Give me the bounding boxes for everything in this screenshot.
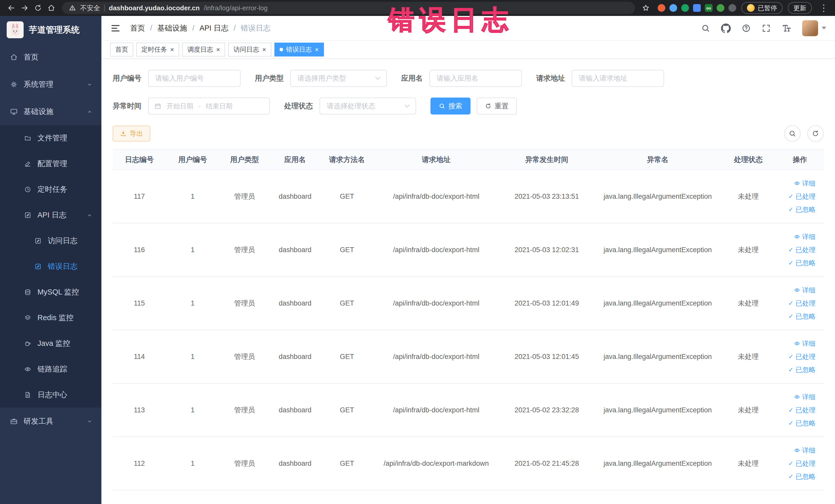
app-logo[interactable]: 芋道管理系统 xyxy=(0,16,101,44)
close-icon[interactable]: × xyxy=(262,46,266,53)
sidebar-item-api-log[interactable]: API 日志 xyxy=(0,202,101,228)
row-action-ignored[interactable]: ✓已忽略 xyxy=(788,312,815,321)
help-icon[interactable] xyxy=(741,24,751,33)
row-action-ignored[interactable]: ✓已忽略 xyxy=(788,259,815,267)
breadcrumb-item[interactable]: API 日志 xyxy=(200,23,228,33)
sidebar-item-infra[interactable]: 基础设施 xyxy=(0,98,101,125)
sidebar-item-file-manage[interactable]: 文件管理 xyxy=(0,125,101,151)
row-action-processed[interactable]: ✓已处理 xyxy=(788,299,815,308)
show-search-icon[interactable] xyxy=(784,125,801,142)
row-action-ignored[interactable]: ✓已忽略 xyxy=(788,472,815,481)
table-cell: java.lang.IllegalArgumentException xyxy=(595,223,720,277)
tab-scheduled-job[interactable]: 定时任务× xyxy=(136,43,179,57)
search-button[interactable]: 搜索 xyxy=(430,98,470,115)
row-action-processed[interactable]: ✓已处理 xyxy=(788,352,815,361)
sidebar-item-redis-monitor[interactable]: Redis 监控 xyxy=(0,305,101,331)
sidebar-item-trace[interactable]: 链路追踪 xyxy=(0,356,101,382)
row-action-detail[interactable]: 详细 xyxy=(794,233,815,241)
font-size-icon[interactable] xyxy=(781,23,791,33)
profile-paused-badge[interactable]: 已暂停 xyxy=(741,2,782,14)
paw-icon[interactable] xyxy=(729,4,736,12)
github-icon[interactable] xyxy=(721,23,731,33)
tab-access-log[interactable]: 访问日志× xyxy=(228,43,271,57)
sidebar-item-system[interactable]: 系统管理 xyxy=(0,71,101,98)
user-id-input[interactable] xyxy=(148,70,241,87)
user-type-select[interactable]: 请选择用户类型 xyxy=(290,70,387,87)
row-action-detail[interactable]: 详细 xyxy=(794,179,815,188)
sidebar-item-home[interactable]: 首页 xyxy=(0,44,101,71)
row-action-detail[interactable]: 详细 xyxy=(794,392,815,402)
row-action-ignored[interactable]: ✓已忽略 xyxy=(788,419,815,428)
sidebar-item-log-center[interactable]: 日志中心 xyxy=(0,382,101,408)
sidebar-item-java-monitor[interactable]: Java 监控 xyxy=(0,331,101,356)
breadcrumb-separator: / xyxy=(233,24,236,32)
sidebar-item-scheduled-job[interactable]: 定时任务 xyxy=(0,177,101,202)
table-cell: dashboard xyxy=(270,277,320,330)
row-action-detail[interactable]: 详细 xyxy=(794,446,815,455)
sidebar-item-error-log[interactable]: 错误日志 xyxy=(0,254,101,279)
bookmark-star-icon[interactable] xyxy=(639,1,652,15)
request-url-input[interactable] xyxy=(572,70,664,87)
edit-square-icon xyxy=(23,211,33,219)
close-icon[interactable]: × xyxy=(216,46,220,53)
forward-icon[interactable] xyxy=(18,1,31,15)
row-action-ignored[interactable]: ✓已忽略 xyxy=(788,205,815,214)
error-log-table: 日志编号用户编号用户类型应用名请求方法名请求地址异常发生时间异常名处理状态操作 … xyxy=(113,149,824,490)
page-header: 首页/基础设施/API 日志/错误日志 xyxy=(101,16,835,41)
column-header: 处理状态 xyxy=(720,150,776,170)
reload-icon[interactable] xyxy=(31,1,45,15)
drop-icon[interactable] xyxy=(669,4,677,12)
home-icon[interactable] xyxy=(45,1,58,15)
tab-error-log[interactable]: 错误日志× xyxy=(274,43,324,57)
update-button[interactable]: 更新 xyxy=(788,2,812,14)
sidebar-toggle-icon[interactable] xyxy=(110,23,121,34)
row-action-detail[interactable]: 详细 xyxy=(794,286,815,295)
user-avatar[interactable] xyxy=(802,20,826,36)
adblock-icon[interactable] xyxy=(658,4,665,12)
browser-menu-icon[interactable]: ⋮ xyxy=(817,3,830,13)
search-icon[interactable] xyxy=(701,24,710,33)
table-cell: 2021-05-03 12:02:31 xyxy=(499,223,595,277)
date-range-picker[interactable]: 开始日期 - 结束日期 xyxy=(148,98,270,115)
table-body: 1171管理员dashboardGET/api/infra/db-doc/exp… xyxy=(113,170,824,490)
row-action-detail[interactable]: 详细 xyxy=(794,339,815,348)
table-cell: dashboard xyxy=(270,437,320,490)
row-action-ignored[interactable]: ✓已忽略 xyxy=(788,365,815,374)
app-name-input[interactable] xyxy=(429,70,522,87)
process-status-select[interactable]: 请选择处理状态 xyxy=(320,98,416,115)
tab-job-log[interactable]: 调度日志× xyxy=(182,43,225,57)
grid-icon[interactable] xyxy=(693,4,701,12)
table-cell: GET xyxy=(320,277,374,330)
sidebar-item-dev-tools[interactable]: 研发工具 xyxy=(0,408,101,435)
row-action-processed[interactable]: ✓已处理 xyxy=(788,406,815,415)
reset-button[interactable]: 重置 xyxy=(477,98,517,115)
sidebar-item-mysql-monitor[interactable]: MySQL 监控 xyxy=(0,279,101,305)
row-action-processed[interactable]: ✓已处理 xyxy=(788,245,815,255)
breadcrumb: 首页/基础设施/API 日志/错误日志 xyxy=(130,23,270,33)
fullscreen-icon[interactable] xyxy=(761,24,771,33)
tab-home[interactable]: 首页 xyxy=(110,43,133,57)
close-icon[interactable]: × xyxy=(315,46,319,53)
table-cell: GET xyxy=(320,383,374,437)
address-bar[interactable]: 不安全 dashboard.yudao.iocoder.cn/infra/log… xyxy=(62,2,635,14)
breadcrumb-item[interactable]: 基础设施 xyxy=(157,23,187,33)
export-button[interactable]: 导出 xyxy=(113,125,150,141)
row-action-processed[interactable]: ✓已处理 xyxy=(788,459,815,468)
close-icon[interactable]: × xyxy=(170,46,174,53)
row-action-processed[interactable]: ✓已处理 xyxy=(788,192,815,201)
extensions-area: on xyxy=(658,4,736,12)
sidebar-item-config-manage[interactable]: 配置管理 xyxy=(0,151,101,177)
table-cell: /api/infra/db-doc/export-html xyxy=(374,170,499,223)
table-cell: 114 xyxy=(113,330,166,383)
leaf-icon[interactable] xyxy=(717,4,725,12)
green-circle-icon[interactable] xyxy=(681,4,689,12)
layers-icon xyxy=(23,314,33,321)
profile-avatar-icon xyxy=(747,4,755,12)
on-badge-icon[interactable]: on xyxy=(705,4,713,12)
table-cell: 116 xyxy=(113,223,166,277)
refresh-icon[interactable] xyxy=(807,125,824,142)
back-icon[interactable] xyxy=(5,1,18,15)
sidebar-item-access-log[interactable]: 访问日志 xyxy=(0,228,101,254)
header-actions xyxy=(701,20,826,36)
breadcrumb-item[interactable]: 首页 xyxy=(130,23,145,33)
